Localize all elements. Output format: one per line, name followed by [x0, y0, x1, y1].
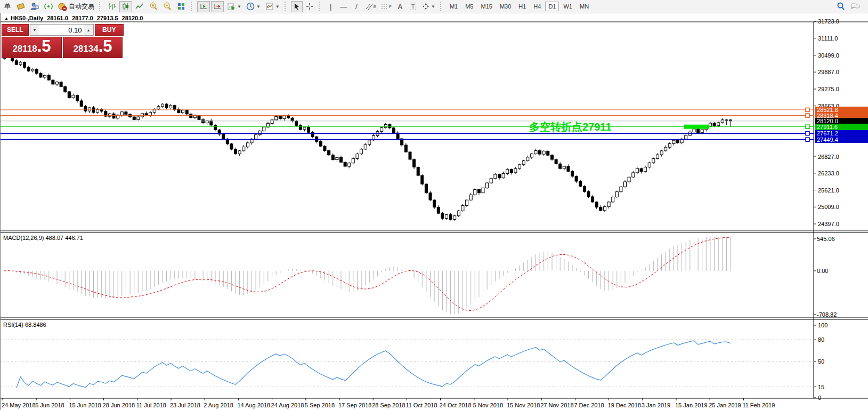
tile-windows-button[interactable]	[175, 1, 188, 12]
svg-text:11 Feb 2019: 11 Feb 2019	[742, 402, 775, 408]
price-tag-27911.6: 27911.6	[815, 124, 868, 130]
arrows-tool[interactable]: ▼	[420, 1, 437, 12]
bar-chart-button[interactable]	[106, 1, 118, 12]
line-chart-button[interactable]	[133, 1, 146, 12]
zoom-in-button[interactable]	[147, 1, 160, 12]
sell-button[interactable]: SELL	[2, 24, 29, 36]
indicators-button[interactable]: ▼	[225, 1, 243, 12]
svg-text:14 Aug 2018: 14 Aug 2018	[237, 402, 270, 408]
arrows-dropdown-caret[interactable]: ▼	[431, 4, 435, 9]
rsi-value: 68.8486	[25, 321, 46, 328]
chat-icon[interactable]	[848, 1, 862, 12]
toolbar-separator	[285, 2, 288, 11]
market-watch-icon[interactable]	[28, 1, 41, 12]
trendline-tool[interactable]: /	[351, 1, 362, 12]
sell-price-display[interactable]: 28118 .5	[2, 37, 62, 58]
macd-indicator-label: MACD(12,26,9) 488.07 446.71	[3, 235, 83, 241]
svg-text:28 Jun 2018: 28 Jun 2018	[103, 402, 135, 408]
svg-text:7 Dec 2018: 7 Dec 2018	[574, 402, 604, 408]
price-tag-27449.4: 27449.4	[815, 136, 868, 143]
new-order-button[interactable]: 单	[2, 1, 13, 12]
svg-text:19 Dec 2018: 19 Dec 2018	[608, 402, 641, 408]
rsi-axis: 1008050150	[814, 322, 828, 401]
svg-text:15 Jun 2018: 15 Jun 2018	[69, 402, 101, 408]
lot-increase-button[interactable]: ▲	[84, 25, 93, 35]
auto-trading-button[interactable]: 自动交易	[56, 1, 96, 12]
timeframe-button-m30[interactable]: M30	[497, 2, 514, 11]
one-click-trading-panel: SELL ▼ 0.10 ▲ BUY 28118 .5 28134 .5	[2, 24, 124, 58]
toolbar-separator	[99, 2, 102, 11]
auto-scroll-button[interactable]	[197, 1, 210, 12]
timeframe-button-w1[interactable]: W1	[560, 2, 575, 11]
timeframe-button-m5[interactable]: M5	[462, 2, 476, 11]
sell-button-label: SELL	[7, 26, 23, 34]
periods-clock-button[interactable]: ▼	[244, 1, 262, 12]
highlight-bar	[684, 125, 709, 129]
chart-shift-button[interactable]	[211, 1, 224, 12]
cursor-button[interactable]	[291, 1, 303, 12]
chart-canvas[interactable]: 31723.031111.030499.029887.029275.028663…	[0, 0, 868, 410]
svg-text:2 Aug 2018: 2 Aug 2018	[204, 402, 233, 408]
macd-histogram	[4, 237, 731, 315]
svg-text:11 Jul 2018: 11 Jul 2018	[136, 402, 166, 408]
macd-axis: 545.060.00-708.82	[814, 236, 837, 318]
templates-dropdown-caret[interactable]: ▼	[275, 4, 280, 9]
svg-text:0.00: 0.00	[817, 268, 828, 274]
svg-text:25621.0: 25621.0	[818, 187, 839, 194]
pivot-annotation-text[interactable]: 多空转折点27911	[529, 120, 612, 134]
search-icon[interactable]	[834, 1, 847, 12]
svg-text:24 Oct 2018: 24 Oct 2018	[440, 402, 472, 408]
buy-button-label: BUY	[102, 26, 116, 34]
buy-price-display[interactable]: 28134 .5	[63, 37, 123, 58]
indicators-dropdown-caret[interactable]: ▼	[237, 4, 241, 9]
svg-text:17 Sep 2018: 17 Sep 2018	[338, 402, 371, 408]
crosshair-button[interactable]	[304, 1, 315, 12]
periods-dropdown-caret[interactable]: ▼	[256, 4, 261, 9]
timeframe-button-m1[interactable]: M1	[447, 2, 461, 11]
zoom-out-button[interactable]	[161, 1, 174, 12]
chart-symbol: HK50-,Daily	[11, 15, 43, 21]
lot-size-value[interactable]: 0.10	[39, 25, 84, 35]
svg-text:31723.0: 31723.0	[818, 18, 839, 25]
price-tag-27671.2: 27671.2	[815, 130, 868, 136]
timeframe-button-h4[interactable]: H4	[530, 2, 544, 11]
collapse-icon[interactable]: ▲	[4, 16, 9, 21]
horizontal-line-tool[interactable]: —	[338, 1, 350, 12]
signals-icon[interactable]	[42, 1, 55, 12]
templates-button[interactable]: ▼	[263, 1, 281, 12]
new-order-label: 单	[4, 2, 11, 11]
macd-values: 488.07 446.71	[45, 235, 83, 241]
svg-text:25 Jan 2019: 25 Jan 2019	[709, 402, 741, 408]
timeframe-button-h1[interactable]: H1	[515, 2, 529, 11]
svg-text:25009.0: 25009.0	[818, 204, 839, 210]
rsi-indicator-label: RSI(14) 68.8486	[3, 321, 46, 328]
svg-text:24 May 2018: 24 May 2018	[2, 402, 36, 408]
text-tool[interactable]: A	[394, 1, 406, 12]
svg-text:29887.0: 29887.0	[818, 69, 839, 75]
candlestick-chart-button[interactable]	[119, 1, 132, 12]
lot-decrease-button[interactable]: ▼	[30, 25, 39, 35]
svg-text:24397.0: 24397.0	[818, 221, 839, 227]
macd-signal-line	[4, 237, 731, 310]
rsi-name: RSI(14)	[3, 321, 23, 328]
date-axis: 24 May 20185 Jun 201815 Jun 201828 Jun 2…	[2, 398, 775, 408]
chart-profile-icon[interactable]	[14, 1, 27, 12]
fibo-sub-label: F	[389, 4, 392, 9]
timeframe-button-m15[interactable]: M15	[477, 2, 495, 11]
buy-button[interactable]: BUY	[95, 24, 124, 36]
timeframe-group: M1M5M15M30H1H4D1W1MN	[446, 2, 593, 11]
svg-text:50: 50	[818, 358, 824, 365]
text-label-tool[interactable]: T	[407, 1, 419, 12]
equidistant-channel-tool[interactable]: E	[363, 1, 378, 12]
svg-text:23 Jul 2018: 23 Jul 2018	[170, 402, 200, 408]
svg-text:26827.0: 26827.0	[818, 154, 839, 160]
fibonacci-tool[interactable]: F	[379, 1, 393, 12]
sell-price-int: 28118	[12, 44, 37, 54]
svg-text:27 Nov 2018: 27 Nov 2018	[540, 402, 573, 408]
timeframe-button-mn[interactable]: MN	[577, 2, 592, 11]
timeframe-button-d1[interactable]: D1	[545, 2, 559, 11]
svg-text:30499.0: 30499.0	[818, 52, 839, 59]
vertical-line-tool[interactable]: |	[325, 1, 337, 12]
svg-text:15 Jan 2019: 15 Jan 2019	[675, 402, 708, 408]
svg-text:80: 80	[818, 336, 824, 343]
